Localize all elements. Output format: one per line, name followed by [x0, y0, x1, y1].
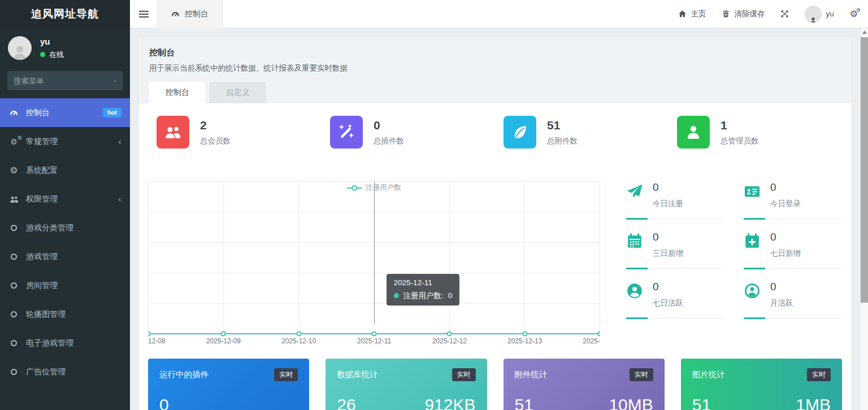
scrollbar-thumb[interactable]: [861, 37, 868, 303]
sidebar-item-label: 系统配置: [26, 165, 58, 176]
x-tick-label: 2025-12-08: [148, 337, 166, 345]
quick-stat-value: 0: [770, 281, 793, 293]
card-title: 图片统计: [692, 369, 725, 380]
sidebar-item-label: 常规管理: [26, 137, 58, 147]
fullscreen-button[interactable]: [780, 10, 789, 18]
sidebar-item-label: 游戏管理: [26, 252, 58, 262]
user-menu[interactable]: yu: [805, 6, 834, 23]
chevron-left-icon: ‹: [118, 137, 121, 146]
realtime-badge: 实时: [630, 368, 653, 381]
card-title: 数据库统计: [337, 369, 378, 380]
sidebar-item-label: 房间管理: [26, 281, 58, 291]
chart-axis-pointer: [374, 181, 375, 324]
quick-stat-label: 今日注册: [653, 199, 683, 209]
stat-label: 总会员数: [200, 136, 231, 146]
stat-label: 总管理员数: [721, 136, 759, 146]
divider: [626, 268, 724, 269]
user-status-label: 在线: [49, 50, 64, 60]
chevron-left-icon: ‹: [118, 194, 121, 204]
chart-series-line: [148, 333, 600, 334]
topbar-tab-dashboard[interactable]: 控制台: [157, 0, 223, 28]
circle-o-icon: [8, 311, 19, 317]
chart-point[interactable]: [221, 332, 226, 337]
magic-wand-icon: [330, 116, 363, 149]
sidebar-item-game-management[interactable]: 游戏管理: [0, 242, 130, 271]
person-icon: [809, 16, 818, 23]
quick-stat-7day-new: 0 七日新增: [744, 231, 842, 281]
realtime-badge: 实时: [274, 368, 298, 381]
expand-icon: [780, 10, 789, 18]
sidebar-item-carousel-management[interactable]: 轮播图管理: [0, 300, 130, 329]
realtime-badge: 实时: [807, 368, 831, 381]
page-description: 用于展示当前系统中的统计数据、统计报表及重要实时数据: [149, 63, 841, 73]
tab-dashboard[interactable]: 控制台: [149, 82, 206, 103]
sidebar-item-permissions[interactable]: 权限管理 ‹: [0, 185, 130, 213]
sidebar-item-ad-management[interactable]: 广告位管理: [0, 357, 130, 386]
clear-cache-label: 清除缓存: [734, 9, 765, 19]
user-status: 在线: [40, 50, 64, 60]
chart-tooltip: 2025-12-11 注册用户数: 0: [387, 274, 460, 306]
sidebar-item-general-management[interactable]: ⚙⚙ 常规管理 ‹: [0, 127, 130, 156]
quick-stat-value: 0: [770, 181, 801, 194]
card-count: 51: [515, 395, 533, 410]
users-icon: [157, 116, 189, 149]
sidebar-search[interactable]: [7, 71, 123, 90]
x-tick-label: 2025-12-14: [583, 337, 600, 345]
hamburger-icon: [139, 14, 149, 15]
chart-point[interactable]: [522, 332, 527, 337]
card-attachment-stats: 附件统计 实时 51 10MB: [504, 359, 665, 410]
card-count: 26: [337, 395, 355, 410]
clear-cache-button[interactable]: 清除缓存: [722, 9, 765, 19]
circle-o-icon: [8, 369, 19, 375]
sidebar-item-system-config[interactable]: ⚙ 系统配置: [0, 156, 130, 185]
chart-point[interactable]: [598, 332, 601, 337]
quick-stat-label: 月活跃: [770, 298, 793, 308]
stat-label: 总附件数: [547, 136, 578, 146]
users-icon: [8, 195, 19, 204]
card-count: 51: [692, 395, 711, 410]
circle-o-icon: [8, 340, 19, 346]
sidebar-item-label: 权限管理: [26, 194, 58, 204]
search-icon[interactable]: [114, 77, 116, 85]
sidebar-item-game-category[interactable]: 游戏分类管理: [0, 213, 130, 242]
sidebar-item-label: 轮播图管理: [26, 309, 66, 320]
tachometer-icon: [8, 108, 19, 117]
sidebar-item-label: 控制台: [26, 108, 50, 118]
sidebar-item-room-management[interactable]: 房间管理: [0, 271, 130, 300]
card-count: 0: [159, 395, 169, 410]
sidebar-item-dashboard[interactable]: 控制台 hot: [0, 98, 130, 127]
quick-stat-7day-active: 0 七日活跃: [626, 281, 724, 330]
settings-button[interactable]: ⚙⚙: [850, 10, 858, 19]
home-button[interactable]: 主页: [678, 9, 706, 19]
stat-label: 总插件数: [374, 136, 404, 146]
chart-point[interactable]: [148, 332, 151, 337]
quick-stat-value: 0: [653, 181, 683, 194]
panel-tabs: 控制台 自定义: [149, 82, 841, 103]
chart-point[interactable]: [372, 332, 377, 337]
person-icon: [10, 43, 29, 60]
circle-o-icon: [8, 225, 19, 231]
quick-stat-3day-new: 0 三日新增: [626, 231, 724, 281]
stat-total-admins: 1 总管理员数: [669, 116, 842, 149]
sidebar-toggle-button[interactable]: [130, 0, 157, 28]
topbar-username: yu: [826, 10, 834, 18]
quick-stat-value: 0: [770, 231, 801, 243]
user-icon: [677, 116, 710, 149]
x-tick-label: 2025-12-11: [357, 337, 392, 345]
sidebar-item-egame-management[interactable]: 电子游戏管理: [0, 329, 130, 357]
online-dot-icon: [40, 52, 45, 57]
chart-point[interactable]: [296, 332, 301, 337]
divider: [626, 219, 724, 219]
tab-custom[interactable]: 自定义: [210, 82, 266, 103]
scroll-up-arrow-icon[interactable]: [862, 30, 867, 34]
quick-stat-today-registered: 0 今日注册: [626, 181, 724, 231]
stat-total-attachments: 51 总附件数: [495, 116, 669, 149]
quick-stats-grid: 0 今日注册 0 今日登录: [626, 181, 842, 345]
vertical-scrollbar[interactable]: [860, 28, 868, 410]
chart-point[interactable]: [447, 332, 452, 337]
search-input[interactable]: [14, 77, 114, 85]
divider: [626, 318, 724, 319]
sidebar-item-label: 广告位管理: [26, 367, 66, 377]
calendar-icon: [626, 233, 643, 250]
topbar: 控制台 主页 清除缓存 yu ⚙⚙: [130, 0, 868, 28]
